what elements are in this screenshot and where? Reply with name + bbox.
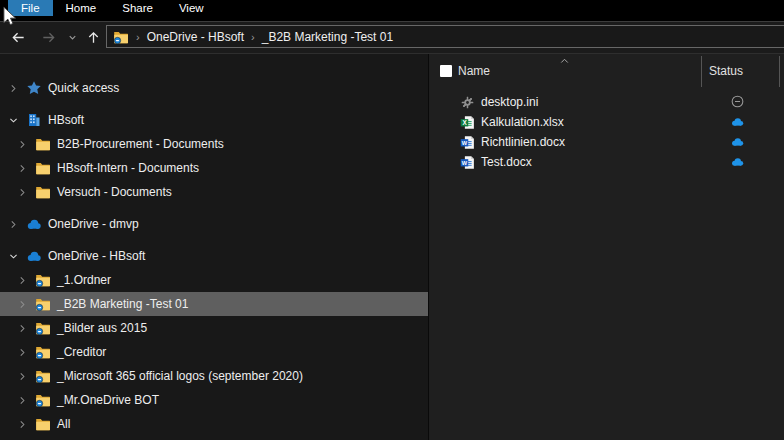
chevron-right-icon[interactable] (17, 187, 28, 198)
status-cloud-icon (730, 134, 745, 149)
chevron-right-icon[interactable] (17, 371, 28, 382)
sidebar-item-1-ordner[interactable]: _1.Ordner (0, 268, 428, 292)
sidebar-item-onedrive-dmvp[interactable]: OneDrive - dmvp (0, 212, 428, 236)
up-button[interactable] (82, 26, 104, 48)
folder-link-icon (35, 344, 51, 360)
sidebar-item-label: Quick access (48, 81, 119, 95)
breadcrumb-item-onedrive-hbsoft[interactable]: OneDrive - HBsoft (147, 30, 244, 44)
ribbon-bar: FileHomeShareView (0, 0, 784, 22)
chevron-right-icon[interactable] (17, 419, 28, 430)
forward-button[interactable] (37, 26, 59, 48)
sidebar-item-bilder-aus-2015[interactable]: _Bilder aus 2015 (0, 316, 428, 340)
excel-file-icon: X (460, 115, 475, 130)
folder-link-icon (35, 392, 51, 408)
sidebar-item-label: OneDrive - HBsoft (48, 249, 145, 263)
sidebar-item-label: All (57, 417, 70, 431)
folder-icon (35, 416, 51, 432)
word-file-icon: W (460, 135, 475, 150)
tab-label: Home (66, 2, 97, 14)
folder-link-icon (35, 272, 51, 288)
svg-text:W: W (462, 159, 468, 165)
tab-share[interactable]: Share (109, 0, 166, 16)
chevron-down-icon[interactable] (8, 251, 19, 262)
file-row-test-docx[interactable]: W Test.docx (429, 152, 784, 172)
sort-ascending-icon[interactable] (558, 54, 571, 67)
tab-view[interactable]: View (166, 0, 217, 16)
sidebar-item-label: _Creditor (57, 345, 106, 359)
chevron-right-icon[interactable] (17, 139, 28, 150)
column-header-status[interactable]: Status (709, 64, 743, 78)
breadcrumb-item-b2b-marketing-test-01[interactable]: _B2B Marketing -Test 01 (262, 30, 393, 44)
sidebar-item-label: HBsoft (48, 113, 84, 127)
file-name: Test.docx (481, 155, 532, 169)
breadcrumb-separator: › (129, 31, 147, 43)
chevron-right-icon[interactable] (17, 163, 28, 174)
sidebar-item-hbsoft-intern-documents[interactable]: HBsoft-Intern - Documents (0, 156, 428, 180)
sidebar-item-label: B2B-Procurement - Documents (57, 137, 224, 151)
breadcrumb-separator: › (244, 31, 262, 43)
breadcrumb-folder-icon (113, 29, 129, 45)
sidebar-item-label: HBsoft-Intern - Documents (57, 161, 199, 175)
folder-icon (35, 184, 51, 200)
recent-locations-dropdown[interactable] (61, 26, 83, 48)
tab-label: Share (122, 2, 153, 14)
tab-file[interactable]: File (8, 0, 53, 16)
column-header-row: Name Status (429, 54, 784, 92)
chevron-right-icon[interactable] (17, 299, 28, 310)
file-row-richtlinien-docx[interactable]: W Richtlinien.docx (429, 132, 784, 152)
file-name: Richtlinien.docx (481, 135, 565, 149)
sidebar-item-versuch-documents[interactable]: Versuch - Documents (0, 180, 428, 204)
chevron-right-icon[interactable] (8, 219, 19, 230)
column-divider[interactable] (779, 56, 780, 87)
sidebar-item-hbsoft[interactable]: HBsoft (0, 108, 428, 132)
chevron-down-icon (67, 32, 78, 43)
chevron-right-icon[interactable] (17, 347, 28, 358)
address-bar[interactable]: ›OneDrive - HBsoft›_B2B Marketing -Test … (106, 25, 784, 48)
sidebar-item-onedrive-hbsoft[interactable]: OneDrive - HBsoft (0, 244, 428, 268)
chevron-right-icon[interactable] (17, 395, 28, 406)
chevron-right-icon[interactable] (17, 323, 28, 334)
file-row-kalkulation-xlsx[interactable]: X Kalkulation.xlsx (429, 112, 784, 132)
navigation-toolbar: ›OneDrive - HBsoft›_B2B Marketing -Test … (0, 22, 784, 54)
chevron-right-icon[interactable] (17, 275, 28, 286)
ini-file-icon (460, 95, 475, 110)
status-excluded-icon (730, 94, 745, 109)
breadcrumb: ›OneDrive - HBsoft›_B2B Marketing -Test … (129, 30, 393, 44)
sidebar-item-quick-access[interactable]: Quick access (0, 76, 428, 100)
sidebar-item-label: _1.Ordner (57, 273, 111, 287)
sidebar-item-mr-onedrive-bot[interactable]: _Mr.OneDrive BOT (0, 388, 428, 412)
tab-label: View (179, 2, 204, 14)
cloud-icon (26, 216, 42, 232)
sidebar-item-creditor[interactable]: _Creditor (0, 340, 428, 364)
arrow-left-icon (11, 30, 26, 45)
file-name: Kalkulation.xlsx (481, 115, 564, 129)
navigation-sidebar: Quick access HBsoft B2B-Procurement - Do… (0, 54, 429, 440)
folder-link-icon (35, 320, 51, 336)
file-pane: Name Status desktop.ini X Kalkulation.xl… (429, 54, 784, 440)
sidebar-item-label: _Bilder aus 2015 (57, 321, 147, 335)
sidebar-item-b2b-procurement-documents[interactable]: B2B-Procurement - Documents (0, 132, 428, 156)
tab-home[interactable]: Home (53, 0, 110, 16)
sidebar-item-microsoft-365-official-logos-september-2020[interactable]: _Microsoft 365 official logos (september… (0, 364, 428, 388)
arrow-up-icon (86, 30, 101, 45)
folder-icon (35, 136, 51, 152)
file-row-desktop-ini[interactable]: desktop.ini (429, 92, 784, 112)
tab-label: File (21, 2, 40, 14)
cloud-icon (26, 248, 42, 264)
sidebar-item-b2b-marketing-test-01[interactable]: _B2B Marketing -Test 01 (0, 292, 428, 316)
column-header-name[interactable]: Name (458, 64, 490, 78)
ribbon-tabs: FileHomeShareView (0, 0, 784, 16)
sidebar-item-all[interactable]: All (0, 412, 428, 436)
folder-icon (35, 160, 51, 176)
star-icon (26, 80, 42, 96)
status-cloud-icon (730, 114, 745, 129)
back-button[interactable] (7, 26, 29, 48)
svg-text:X: X (462, 119, 467, 126)
sidebar-item-label: Versuch - Documents (57, 185, 172, 199)
select-all-checkbox[interactable] (440, 65, 452, 77)
column-divider[interactable] (701, 56, 702, 87)
chevron-right-icon[interactable] (8, 83, 19, 94)
folder-link-icon (35, 296, 51, 312)
chevron-down-icon[interactable] (8, 115, 19, 126)
file-list: desktop.ini X Kalkulation.xlsx W Richtli… (429, 92, 784, 172)
